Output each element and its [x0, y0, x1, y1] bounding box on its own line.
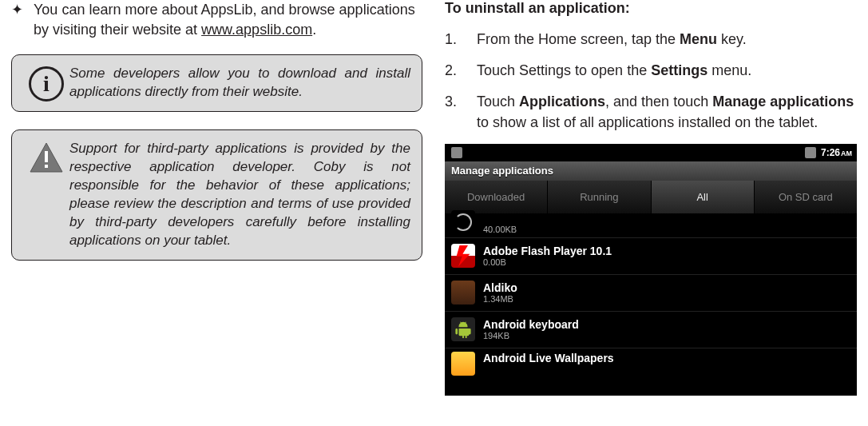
app-name: Adobe Flash Player 10.1 — [483, 245, 612, 257]
info-icon: i — [23, 65, 69, 102]
tab-downloaded[interactable]: Downloaded — [445, 181, 548, 213]
info-callout: i Some developers allow you to download … — [11, 54, 422, 112]
step-text: From the Home screen, tap the Menu key. — [477, 30, 857, 50]
svg-rect-2 — [45, 165, 48, 168]
warning-callout: Support for third-party applications is … — [11, 129, 422, 261]
tab-bar: Downloaded Running All On SD card — [445, 181, 857, 214]
screen-title: Manage applications — [445, 161, 857, 181]
app-size: 1.34MB — [483, 294, 517, 304]
app-name: Android keyboard — [483, 318, 579, 331]
info-text: Some developers allow you to download an… — [69, 65, 410, 102]
uninstall-heading: To uninstall an application: — [445, 0, 857, 17]
appslib-link[interactable]: www.appslib.com — [201, 22, 312, 38]
apps-list[interactable]: 40.00KB Adobe Flash Player 10.1 0.00B Al… — [445, 214, 857, 369]
list-item[interactable]: Android Live Wallpapers — [445, 348, 857, 369]
manage-apps-screenshot: 7:26AM Manage applications Downloaded Ru… — [445, 144, 857, 396]
step-number: 3. — [445, 92, 477, 132]
app-size: 194KB — [483, 331, 579, 340]
bullet-post: . — [312, 22, 316, 38]
step-2: 2. Touch Settings to open the Settings m… — [445, 61, 857, 81]
step-1: 1. From the Home screen, tap the Menu ke… — [445, 30, 857, 50]
warning-icon — [23, 140, 69, 250]
list-item[interactable]: Android keyboard 194KB — [445, 312, 857, 348]
android-icon — [451, 317, 475, 341]
tab-sdcard[interactable]: On SD card — [755, 181, 857, 213]
warning-text: Support for third-party applications is … — [69, 140, 410, 250]
tab-all[interactable]: All — [652, 181, 755, 213]
status-time: 7:26AM — [821, 147, 852, 158]
app-size: 40.00KB — [483, 225, 517, 234]
wallpapers-icon — [451, 352, 475, 376]
left-column: ✦ You can learn more about AppsLib, and … — [0, 0, 434, 426]
flash-icon — [451, 244, 475, 268]
bullet-appslib: ✦ You can learn more about AppsLib, and … — [11, 0, 422, 40]
step-number: 1. — [445, 30, 477, 50]
tab-running[interactable]: Running — [548, 181, 651, 213]
aldiko-icon — [451, 281, 475, 305]
usb-icon — [451, 147, 462, 158]
right-column: To uninstall an application: 1. From the… — [434, 0, 868, 426]
step-text: Touch Applications, and then touch Manag… — [477, 92, 857, 132]
step-3: 3. Touch Applications, and then touch Ma… — [445, 92, 857, 132]
list-item[interactable]: 40.00KB — [445, 214, 857, 238]
step-number: 2. — [445, 61, 477, 81]
app-name: Aldiko — [483, 281, 517, 294]
svg-rect-1 — [45, 151, 48, 162]
app-name: Android Live Wallpapers — [483, 352, 614, 364]
bullet-marker: ✦ — [11, 0, 34, 40]
page: ✦ You can learn more about AppsLib, and … — [0, 0, 868, 426]
status-bar: 7:26AM — [445, 144, 857, 161]
app-size: 0.00B — [483, 257, 612, 267]
sync-icon — [451, 210, 475, 234]
list-item[interactable]: Adobe Flash Player 10.1 0.00B — [445, 238, 857, 275]
step-text: Touch Settings to open the Settings menu… — [477, 61, 857, 81]
bullet-text: You can learn more about AppsLib, and br… — [34, 0, 422, 40]
list-item[interactable]: Aldiko 1.34MB — [445, 275, 857, 312]
battery-icon — [805, 147, 816, 158]
